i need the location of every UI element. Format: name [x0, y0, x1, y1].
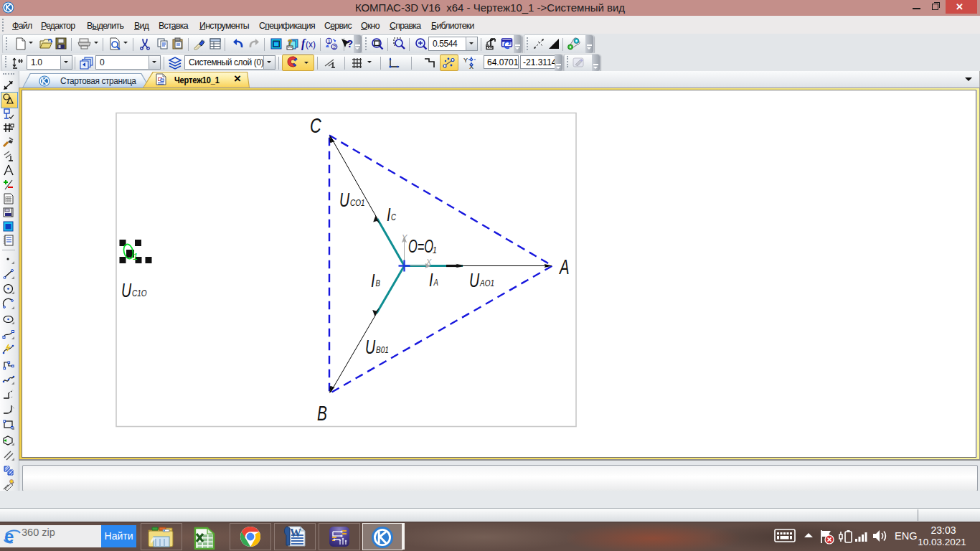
- svg-text:1: 1: [433, 244, 437, 254]
- svg-text:?: ?: [288, 38, 293, 47]
- svg-text:Y: Y: [402, 232, 407, 241]
- svg-text:I: I: [429, 270, 433, 290]
- svg-text:C1O: C1O: [132, 287, 147, 298]
- svg-text:(x): (x): [306, 39, 316, 49]
- svg-text:U: U: [365, 335, 376, 357]
- svg-text:1: 1: [328, 38, 331, 44]
- svg-text:O=O: O=O: [408, 235, 433, 256]
- svg-text:C: C: [391, 212, 396, 221]
- svg-text:1: 1: [133, 250, 138, 261]
- svg-text:U: U: [339, 188, 350, 210]
- svg-text:CO1: CO1: [350, 197, 365, 207]
- svg-text:U: U: [469, 268, 480, 291]
- svg-text:C: C: [310, 113, 321, 136]
- svg-text:2: 2: [333, 44, 336, 50]
- svg-text:X: X: [425, 257, 432, 265]
- svg-text:Y: Y: [463, 57, 468, 64]
- svg-text:AO1: AO1: [479, 277, 494, 288]
- svg-text:I: I: [371, 270, 375, 291]
- svg-text:A: A: [433, 277, 438, 286]
- svg-text:B: B: [376, 278, 380, 287]
- svg-text:B01: B01: [376, 344, 389, 354]
- svg-text:B: B: [317, 401, 327, 424]
- svg-text:A: A: [558, 254, 569, 277]
- svg-text:W: W: [290, 527, 301, 539]
- svg-text:?: ?: [347, 37, 353, 50]
- svg-text:U: U: [121, 278, 132, 301]
